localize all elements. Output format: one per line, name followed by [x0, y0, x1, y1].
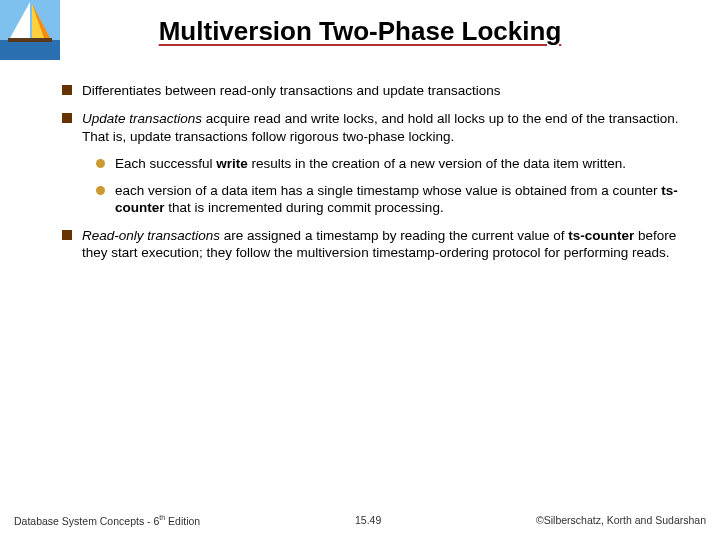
bullet-text: Differentiates between read-only transac…: [82, 82, 501, 99]
bullet-2: Update transactions acquire read and wri…: [62, 110, 690, 145]
sub-bullet-text: Each successful write results in the cre…: [115, 155, 626, 172]
bold-text: ts-counter: [568, 228, 634, 243]
text: are assigned a timestamp by reading the …: [220, 228, 568, 243]
text: Each successful: [115, 156, 216, 171]
italic-text: Read-only transactions: [82, 228, 220, 243]
sub-bullet-text: each version of a data item has a single…: [115, 182, 690, 217]
text: results in the creation of a new version…: [248, 156, 626, 171]
sub-bullet-2: each version of a data item has a single…: [96, 182, 690, 217]
bullet-text: Read-only transactions are assigned a ti…: [82, 227, 690, 262]
text: each version of a data item has a single…: [115, 183, 661, 198]
footer-right: ©Silberschatz, Korth and Sudarshan: [536, 514, 706, 527]
bullet-1: Differentiates between read-only transac…: [62, 82, 690, 99]
bold-text: write: [216, 156, 248, 171]
bullet-square-icon: [62, 230, 72, 240]
svg-rect-5: [8, 38, 52, 42]
bullet-text: Update transactions acquire read and wri…: [82, 110, 690, 145]
slide-content: Differentiates between read-only transac…: [62, 82, 690, 261]
bullet-dot-icon: [96, 186, 105, 195]
text: Database System Concepts - 6: [14, 514, 159, 526]
bullet-3: Read-only transactions are assigned a ti…: [62, 227, 690, 262]
footer-center: 15.49: [355, 514, 381, 527]
footer-left: Database System Concepts - 6th Edition: [14, 514, 200, 527]
logo-image: [0, 0, 60, 60]
text: Edition: [165, 514, 200, 526]
sub-bullets: Each successful write results in the cre…: [96, 155, 690, 217]
sub-bullet-1: Each successful write results in the cre…: [96, 155, 690, 172]
slide-title: Multiversion Two-Phase Locking: [0, 0, 720, 47]
bullet-square-icon: [62, 113, 72, 123]
footer: Database System Concepts - 6th Edition 1…: [0, 514, 720, 527]
bullet-square-icon: [62, 85, 72, 95]
bullet-dot-icon: [96, 159, 105, 168]
italic-text: Update transactions: [82, 111, 202, 126]
svg-rect-1: [0, 40, 60, 60]
text: that is incremented during commit proces…: [165, 200, 444, 215]
